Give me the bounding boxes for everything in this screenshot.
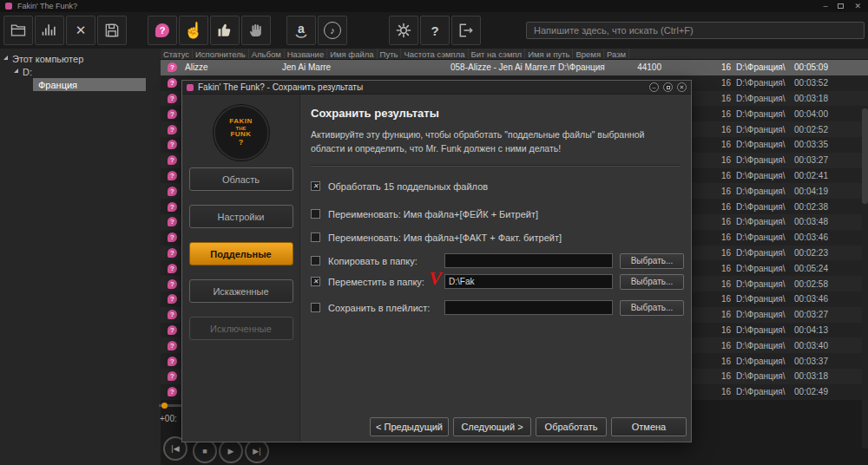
cell-name-path: D:\Франция\ [733, 168, 792, 184]
analyze-button[interactable] [35, 16, 64, 45]
dialog-maximize-icon[interactable] [663, 82, 673, 92]
minimize-icon[interactable]: – [823, 3, 827, 10]
browse-button[interactable]: Выбрать... [620, 274, 684, 290]
filter-suspect-button[interactable]: ☝ [179, 16, 208, 45]
close-icon[interactable]: ✕ [854, 3, 861, 10]
maximize-icon[interactable] [838, 3, 844, 9]
column-header[interactable]: Бит на сэмпл [469, 49, 526, 59]
clear-list-button[interactable]: ✕ [66, 16, 95, 45]
nav-button-label: Искаженные [213, 286, 268, 297]
pointing-hand-icon: ☝ [184, 23, 203, 38]
check-mark-icon: ✕ [312, 183, 319, 190]
fakin-the-funk-logo: FAKIN THE FUNK ? [214, 105, 269, 160]
fake-status-icon: ? [168, 187, 177, 196]
cell-bit: 16 [664, 60, 733, 75]
tree-node[interactable]: Этот компьютер [0, 52, 161, 65]
dialog-action-button[interactable]: Отмена [611, 417, 687, 436]
nav-button-label: Поддельные [210, 249, 271, 259]
exit-button[interactable] [451, 16, 481, 45]
dialog-close-icon[interactable]: ✕ [677, 82, 687, 92]
expand-triangle-icon[interactable] [3, 56, 8, 60]
column-header[interactable]: Название [285, 49, 327, 59]
cell-time: 00:04:19 [792, 183, 831, 199]
fake-status-icon: ? [168, 232, 177, 242]
cell-name-path: D:\Франция\ [733, 214, 792, 230]
seek-slider[interactable] [159, 404, 181, 407]
toolbar: ✕ ? ☝ a ♪ [0, 12, 868, 49]
settings-button[interactable] [389, 16, 418, 45]
option-row: ✕ Сохранить в плейлист: Выбрать... [311, 300, 681, 316]
nav-button-label: Настройки [218, 212, 265, 222]
vertical-scrollbar[interactable] [862, 108, 868, 449]
folder-path-input[interactable] [444, 300, 613, 315]
filter-good-button[interactable] [210, 16, 240, 45]
next-track-button[interactable]: ▶| [245, 439, 269, 463]
dialog-action-button[interactable]: < Предыдущий [370, 417, 449, 436]
cell-time: 00:04:00 [792, 106, 831, 121]
column-header[interactable]: Имя и путь [525, 49, 573, 59]
folder-path-input[interactable] [444, 253, 613, 268]
slider-knob[interactable] [161, 403, 168, 409]
checkbox[interactable]: ✕ [311, 232, 320, 242]
itunes-lookup-button[interactable]: ♪ [318, 16, 347, 45]
cell-name-path: D:\Франция\ [733, 183, 792, 199]
tree-node[interactable]: D: [0, 65, 161, 78]
filter-manual-button[interactable] [241, 16, 271, 45]
expand-triangle-icon[interactable] [14, 69, 18, 73]
cell-size [831, 60, 868, 75]
dialog-nav-button[interactable]: Исключенные [189, 317, 293, 340]
fake-status-icon: ? [168, 325, 177, 335]
table-row-selected[interactable]: ? Alizze Jen Ai Marre 058-Alizze - Jen A… [161, 60, 868, 75]
open-folder-button[interactable] [3, 16, 33, 45]
tree-node[interactable]: Франция [33, 78, 146, 91]
dialog-nav-button[interactable]: Область [189, 167, 293, 191]
cell-time: 00:02:58 [792, 276, 831, 291]
dialog-titlebar[interactable]: Fakin' The Funk? - Сохранить результаты … [182, 81, 691, 95]
column-header[interactable]: Исполнитель [193, 49, 249, 59]
filter-fake-button[interactable]: ? [148, 16, 177, 45]
scrollbar-thumb[interactable] [862, 108, 868, 204]
checkbox[interactable]: ✕ [311, 209, 320, 219]
column-header[interactable]: Статус [161, 49, 193, 59]
cell-time: 00:03:27 [792, 307, 831, 323]
checkbox[interactable]: ✕ [311, 277, 320, 286]
cell-time: 00:02:38 [792, 199, 831, 214]
option-label: Обработать 15 поддельных файлов [328, 181, 488, 192]
fake-status-icon: ? [168, 202, 177, 212]
next-icon: ▶| [253, 447, 260, 455]
browse-button[interactable]: Выбрать... [620, 253, 684, 269]
save-button[interactable] [97, 16, 127, 45]
help-button[interactable]: ? [420, 16, 450, 45]
checkbox[interactable]: ✕ [311, 256, 320, 265]
cell-name-path: D:\Франция\ [733, 260, 792, 276]
dialog-nav-button[interactable]: Искаженные [189, 279, 293, 303]
question-icon: ? [431, 23, 438, 38]
column-header[interactable]: Время [573, 49, 604, 59]
dialog-action-buttons: < ПредыдущийСледующий >ОбработатьОтмена [370, 417, 687, 436]
folder-path-input[interactable] [444, 274, 613, 289]
column-header[interactable]: Частота сэмпла [401, 49, 468, 59]
fake-balloon-icon: ? [155, 23, 169, 37]
stop-button[interactable]: ■ [193, 439, 217, 463]
browse-button[interactable]: Выбрать... [620, 300, 684, 316]
column-header[interactable]: Альбом [249, 49, 285, 59]
dialog-minimize-icon[interactable]: – [649, 82, 659, 92]
dialog-action-button[interactable]: Следующий > [453, 417, 531, 436]
checkbox[interactable]: ✕ [311, 303, 320, 312]
cell-time: 00:03:48 [792, 214, 831, 230]
search-input[interactable] [526, 22, 865, 39]
amazon-lookup-button[interactable]: a [286, 16, 316, 45]
dialog-nav-button[interactable]: Поддельные [189, 242, 293, 265]
cell-time: 00:02:52 [792, 121, 831, 137]
cell-time: 00:02:23 [792, 246, 831, 261]
checkbox[interactable]: ✕ [311, 181, 320, 191]
column-header[interactable]: Имя файла [327, 49, 377, 59]
column-header[interactable]: Разм [604, 49, 629, 59]
dialog-action-button[interactable]: Обработать [536, 417, 607, 436]
fake-status-icon: ? [168, 78, 177, 88]
cell-time: 00:03:37 [792, 353, 831, 369]
play-button[interactable]: ▶ [219, 439, 243, 463]
dialog-nav-button[interactable]: Настройки [189, 205, 293, 228]
cell-filename: 058-Alizze - Jen Ai Marre.mp [448, 60, 556, 75]
column-header[interactable]: Путь [378, 49, 402, 59]
